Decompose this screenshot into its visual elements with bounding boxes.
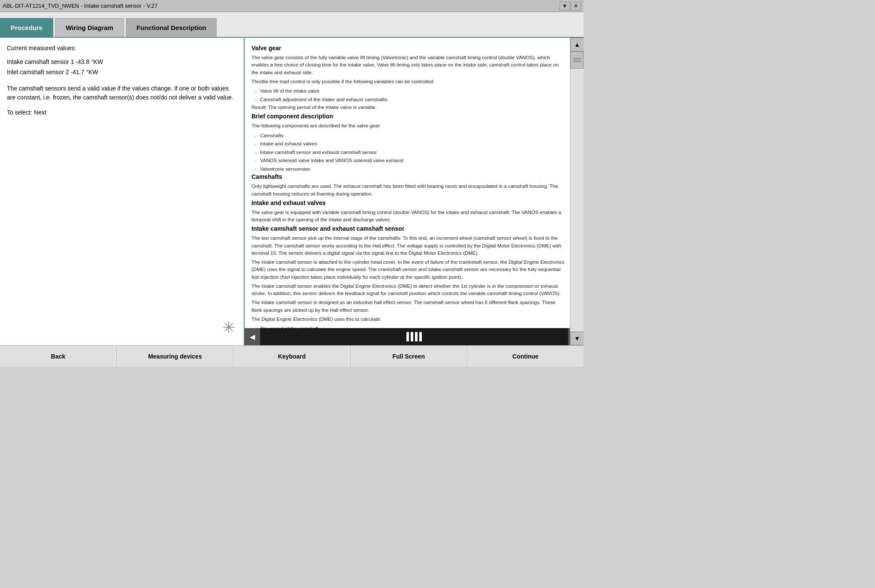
list-item: The speed of the camshaft [251, 325, 566, 328]
section-camshaft-sensor-heading: Intake camshaft sensor and exhaust camsh… [251, 225, 566, 232]
sensor1-value: Intake camshaft sensor 1 -43.8 °KW [7, 58, 237, 65]
scroll-thumb[interactable] [570, 51, 584, 69]
fan-icon: ✳ [222, 319, 235, 337]
section-camshafts-heading: Camshafts [251, 173, 566, 180]
camshafts-para: Only lightweight camshafts are used. The… [251, 183, 566, 198]
camshaft-description: The camshaft sensors send a valid value … [7, 84, 237, 102]
camshaft-sensor-para-3: The intake camshaft sensor enables the D… [251, 283, 566, 298]
list-item: Valve lift of the intake valve [251, 87, 566, 96]
scroll-down-button[interactable]: ▼ [570, 332, 584, 345]
brief-component-list: Camshafts Intake and exhaust valves Inta… [251, 132, 566, 174]
tab-functional-description[interactable]: Functional Description [126, 18, 217, 37]
content-area: Current measured values: Intake camshaft… [0, 38, 584, 345]
measured-values-title: Current measured values: [7, 45, 237, 51]
select-next-text: To select: Next [7, 109, 237, 116]
progress-bar [411, 332, 413, 341]
tab-bar: Procedure Wiring Diagram Functional Desc… [0, 12, 584, 38]
section-camshaft-sensor: Intake camshaft sensor and exhaust camsh… [251, 225, 566, 328]
section-camshafts: Camshafts Only lightweight camshafts are… [251, 173, 566, 198]
keyboard-button[interactable]: Keyboard [233, 346, 350, 367]
back-button[interactable]: Back [0, 346, 117, 367]
minimize-button[interactable]: ▼ [560, 2, 570, 10]
full-screen-button[interactable]: Full Screen [351, 346, 467, 367]
section-brief-component: Brief component description The followin… [251, 113, 566, 173]
sensor2-value: Inlet camshaft sensor 2 -41.7 °KW [7, 69, 237, 75]
list-item: Camshafts [251, 132, 566, 140]
brief-component-para: The following components are described f… [251, 122, 566, 130]
section-intake-exhaust-valves-heading: Intake and exhaust valves [251, 199, 566, 206]
list-item: Camshaft adjustment of the intake and ex… [251, 96, 566, 104]
list-item: VANOS solenoid valve intake and VANOS so… [251, 157, 566, 165]
nav-left-button[interactable]: ◀ [245, 328, 260, 345]
camshaft-sensor-para-1: The two camshaft sensor pick up the inte… [251, 235, 566, 257]
continue-button[interactable]: Continue [467, 346, 584, 367]
progress-bar [419, 332, 422, 341]
scroll-thumb-line [573, 61, 581, 62]
section-brief-component-heading: Brief component description [251, 113, 566, 120]
list-item: Intake camshaft sensor and exhaust camsh… [251, 148, 566, 157]
nav-progress [260, 328, 568, 345]
list-item: Valvetronic servomotor [251, 165, 566, 174]
progress-bar [415, 332, 418, 341]
scroll-up-button[interactable]: ▲ [570, 38, 584, 51]
camshaft-sensor-list: The speed of the camshaft The adjustment… [251, 325, 566, 328]
camshaft-sensor-para-2: The intake camshaft sensor is attached t… [251, 259, 566, 281]
camshaft-sensor-para-4: The intake camshaft sensor is designed a… [251, 299, 566, 314]
valve-gear-para-1: The valve gear consists of the fully var… [251, 54, 566, 76]
camshaft-sensor-para-5: The Digital Engine Electronics (DME) use… [251, 316, 566, 323]
section-valve-gear: Valve gear The valve gear consists of th… [251, 45, 566, 111]
valve-gear-para-2: Throttle-free load control is only possi… [251, 78, 566, 85]
right-scrollbar: ▲ ▼ [570, 38, 584, 345]
valve-gear-list: Valve lift of the intake valve Camshaft … [251, 87, 566, 104]
measuring-devices-button[interactable]: Measuring devices [117, 346, 233, 367]
title-bar: ABL-DIT-AT1214_TVD_NWEN - Intake camshaf… [0, 0, 584, 12]
window-title: ABL-DIT-AT1214_TVD_NWEN - Intake camshaf… [3, 3, 157, 9]
list-item: Intake and exhaust valves [251, 140, 566, 148]
left-panel: Current measured values: Intake camshaft… [0, 38, 245, 345]
tab-procedure[interactable]: Procedure [0, 18, 53, 37]
main-container: Procedure Wiring Diagram Functional Desc… [0, 12, 584, 367]
tab-wiring-diagram[interactable]: Wiring Diagram [55, 18, 124, 37]
progress-bar [406, 332, 409, 341]
scroll-track[interactable] [570, 51, 584, 332]
progress-bars [406, 332, 422, 341]
scroll-thumb-line [573, 60, 581, 60]
window-controls: ▼ ✕ [560, 2, 581, 10]
scroll-thumb-line [573, 58, 581, 59]
right-panel: Valve gear The valve gear consists of th… [245, 38, 584, 345]
valve-gear-result: Result: The opening period of the intake… [251, 104, 566, 111]
section-valve-gear-heading: Valve gear [251, 45, 566, 51]
right-scroll-area[interactable]: Valve gear The valve gear consists of th… [245, 38, 584, 328]
bottom-toolbar: Back Measuring devices Keyboard Full Scr… [0, 345, 584, 367]
section-intake-exhaust-valves: Intake and exhaust valves The valve gear… [251, 199, 566, 224]
right-nav: ◀ ▶ [245, 328, 584, 345]
close-button[interactable]: ✕ [571, 2, 581, 10]
intake-exhaust-valves-para: The valve gear is equipped with variable… [251, 209, 566, 224]
